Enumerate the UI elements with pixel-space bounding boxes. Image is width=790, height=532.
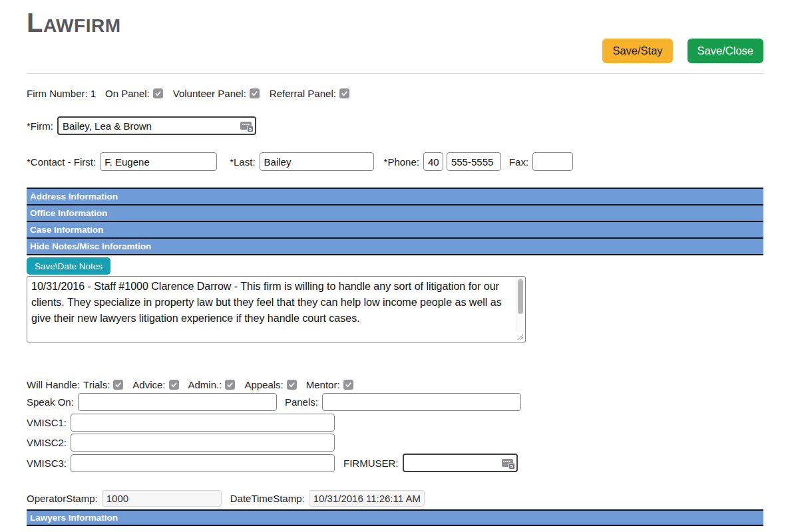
operator-stamp-label: OperatorStamp: — [27, 493, 98, 504]
check-icon — [251, 90, 258, 97]
notes-textarea[interactable]: 10/31/2016 - Staff #1000 Clarence Darrow… — [27, 276, 526, 342]
advice-label: Advice: — [132, 379, 165, 390]
vmisc2-label: VMISC2: — [27, 437, 67, 448]
on-panel-group: On Panel: — [105, 88, 163, 99]
check-icon — [170, 381, 178, 388]
speak-on-label: Speak On: — [27, 396, 74, 408]
vmisc1-label: VMISC1: — [27, 417, 67, 428]
admin-group: Admin.: — [188, 379, 236, 390]
section-bar-label: Case Information — [30, 225, 103, 235]
firmuser-input[interactable] — [403, 454, 518, 472]
vmisc2-input[interactable] — [71, 434, 335, 452]
firmuser-label: FIRMUSER: — [343, 458, 399, 469]
fax-input[interactable] — [532, 152, 573, 171]
stamps-row: OperatorStamp: DateTimeStamp: — [27, 490, 763, 507]
notes-area-wrap: 10/31/2016 - Staff #1000 Clarence Darrow… — [27, 276, 526, 342]
firm-label: *Firm: — [27, 120, 53, 132]
save-button-row: Save/Stay Save/Close — [27, 39, 763, 63]
operator-stamp-input — [102, 490, 222, 507]
notes-scrollbar-thumb[interactable] — [518, 279, 523, 314]
contact-first-label: *Contact - First: — [27, 156, 96, 168]
section-bar-address[interactable]: Address Information — [27, 188, 763, 204]
firmuser-input-wrap: 5 — [403, 454, 518, 472]
trials-checkbox[interactable] — [113, 380, 123, 390]
speak-on-input[interactable] — [78, 393, 277, 411]
autofill-icon[interactable]: 5 — [502, 459, 513, 467]
mentor-label: Mentor: — [306, 379, 340, 390]
phone-area-input[interactable] — [423, 152, 443, 171]
volunteer-panel-checkbox[interactable] — [250, 88, 260, 98]
on-panel-checkbox[interactable] — [153, 88, 163, 98]
phone-label: *Phone: — [384, 156, 419, 168]
vmisc3-input[interactable] — [71, 454, 335, 472]
resize-grip-icon[interactable] — [517, 334, 524, 340]
contact-last-label: *Last: — [230, 156, 255, 168]
mentor-checkbox[interactable] — [343, 380, 353, 390]
check-icon — [288, 381, 296, 388]
appeals-checkbox[interactable] — [287, 380, 297, 390]
firm-input-wrap: 5 — [57, 116, 256, 135]
section-bar-case[interactable]: Case Information — [27, 221, 763, 237]
autofill-icon[interactable]: 5 — [240, 122, 252, 130]
advice-group: Advice: — [132, 379, 178, 390]
autofill-badge: 5 — [247, 126, 254, 132]
save-close-button[interactable]: Save/Close — [688, 39, 763, 63]
page-title: Lawfirm — [27, 8, 763, 37]
check-icon — [345, 381, 352, 388]
contact-last-input[interactable] — [260, 152, 374, 171]
save-stay-button[interactable]: Save/Stay — [602, 39, 672, 63]
contact-row: *Contact - First: *Last: *Phone: Fax: — [27, 152, 763, 171]
panels-input[interactable] — [322, 393, 521, 411]
panels-label: Panels: — [285, 396, 318, 408]
check-icon — [154, 90, 162, 97]
contact-first-input[interactable] — [100, 152, 217, 171]
vmisc2-row: VMISC2: — [27, 434, 763, 452]
check-icon — [226, 381, 234, 388]
check-icon — [341, 90, 348, 97]
referral-panel-label: Referral Panel: — [270, 88, 336, 99]
appeals-label: Appeals: — [244, 379, 283, 390]
will-handle-label: Will Handle: — [27, 379, 80, 390]
appeals-group: Appeals: — [244, 379, 296, 390]
mentor-group: Mentor: — [306, 379, 353, 390]
trials-group: Trials: — [83, 379, 123, 390]
referral-panel-checkbox[interactable] — [339, 88, 349, 98]
autofill-badge: 5 — [508, 463, 515, 469]
datetime-stamp-label: DateTimeStamp: — [230, 493, 305, 504]
datetime-stamp-input — [309, 490, 425, 507]
firm-input[interactable] — [57, 116, 256, 135]
section-bar-notes-misc[interactable]: Hide Notes/Misc Inforamtion — [27, 237, 763, 254]
vmisc1-input[interactable] — [71, 414, 335, 432]
trials-label: Trials: — [83, 379, 110, 390]
phone-number-input[interactable] — [447, 152, 501, 171]
admin-label: Admin.: — [188, 379, 222, 390]
notes-scrollbar-track[interactable] — [516, 277, 524, 332]
check-icon — [114, 381, 122, 388]
advice-checkbox[interactable] — [169, 380, 179, 390]
page-header: Lawfirm Save/Stay Save/Close — [0, 0, 790, 74]
vmisc3-label: VMISC3: — [27, 458, 67, 469]
section-bar-label: Lawyers Information — [30, 513, 118, 523]
section-bar-office[interactable]: Office Information — [27, 204, 763, 221]
volunteer-panel-label: Volunteer Panel: — [173, 88, 246, 99]
firm-summary-row: Firm Number: 1 On Panel: Volunteer Panel… — [27, 88, 763, 99]
section-bar-label: Office Information — [30, 208, 107, 218]
vmisc1-row: VMISC1: — [27, 414, 763, 432]
header-divider — [27, 73, 763, 74]
section-bar-lawyers[interactable]: Lawyers Information — [27, 509, 763, 526]
speak-panels-row: Speak On: Panels: — [27, 393, 763, 411]
fax-label: Fax: — [509, 156, 528, 168]
section-bar-label: Address Information — [30, 192, 118, 201]
will-handle-row: Will Handle: Trials: Advice: Admin.: App… — [27, 379, 763, 390]
section-bar-label: Hide Notes/Misc Inforamtion — [30, 241, 151, 251]
firm-form: Firm Number: 1 On Panel: Volunteer Panel… — [0, 88, 790, 526]
vmisc3-row: VMISC3: FIRMUSER: 5 — [27, 454, 763, 472]
save-date-notes-button[interactable]: Save\Date Notes — [27, 257, 110, 275]
referral-panel-group: Referral Panel: — [270, 88, 349, 99]
firm-name-row: *Firm: 5 — [27, 116, 763, 135]
on-panel-label: On Panel: — [105, 88, 150, 99]
firm-number-label: Firm Number: — [27, 88, 88, 99]
admin-checkbox[interactable] — [225, 380, 235, 390]
firm-number-value: 1 — [91, 88, 96, 99]
volunteer-panel-group: Volunteer Panel: — [173, 88, 260, 99]
